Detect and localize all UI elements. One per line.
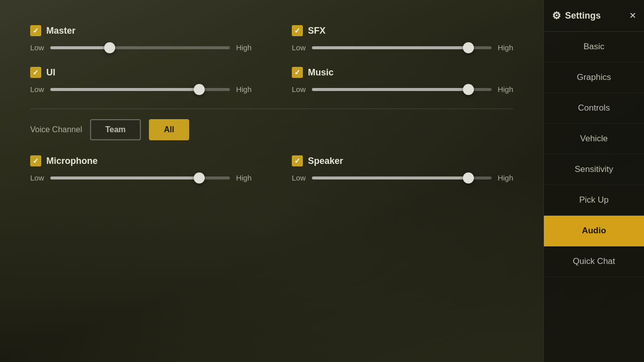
sidebar-item-sensitivity[interactable]: Sensitivity (544, 154, 644, 185)
mic-slider-thumb[interactable] (194, 172, 205, 184)
sfx-slider-row: Low High (292, 43, 513, 52)
gear-icon: ⚙ (552, 10, 561, 22)
speaker-low-label: Low (292, 173, 306, 182)
master-checkbox[interactable] (30, 25, 41, 36)
main-content: Master Low High SFX Low (0, 0, 543, 362)
master-label: Master (30, 25, 252, 36)
master-high-label: High (236, 43, 252, 52)
music-checkbox[interactable] (292, 67, 303, 78)
master-slider-track[interactable] (50, 46, 230, 49)
ui-checkbox[interactable] (30, 67, 41, 78)
music-text: Music (308, 67, 334, 78)
ui-slider-fill (50, 88, 199, 91)
mic-low-label: Low (30, 173, 44, 182)
sfx-text: SFX (308, 26, 326, 36)
music-slider-thumb[interactable] (463, 84, 474, 95)
sidebar: ⚙ Settings × Basic Graphics Controls Veh… (543, 0, 644, 362)
mic-high-label: High (236, 173, 252, 182)
speaker-high-label: High (498, 173, 513, 182)
sfx-label: SFX (292, 25, 513, 36)
speaker-slider-fill (312, 176, 468, 179)
sidebar-header: ⚙ Settings × (544, 0, 644, 32)
speaker-audio-item: Speaker Low High (292, 155, 513, 182)
sfx-slider-thumb[interactable] (463, 42, 474, 53)
settings-title: Settings (565, 11, 601, 21)
ui-text: UI (46, 67, 55, 78)
speaker-text: Speaker (308, 156, 343, 166)
close-icon[interactable]: × (629, 9, 636, 22)
voice-team-button[interactable]: Team (90, 119, 141, 140)
voice-channel-row: Voice Channel Team All (30, 119, 513, 140)
music-label: Music (292, 67, 513, 78)
music-high-label: High (498, 85, 513, 94)
microphone-slider-row: Low High (30, 173, 252, 182)
sidebar-item-basic[interactable]: Basic (544, 32, 644, 62)
sfx-audio-item: SFX Low High (292, 25, 513, 52)
sidebar-title: ⚙ Settings (552, 10, 601, 22)
music-slider-track[interactable] (312, 88, 492, 91)
sfx-slider-track[interactable] (312, 46, 492, 49)
speaker-slider-thumb[interactable] (463, 172, 474, 184)
ui-low-label: Low (30, 85, 44, 94)
sidebar-item-graphics[interactable]: Graphics (544, 62, 644, 93)
music-audio-item: Music Low High (292, 67, 513, 94)
audio-row-master-sfx: Master Low High SFX Low (30, 25, 513, 52)
ui-label: UI (30, 67, 252, 78)
microphone-slider-track[interactable] (50, 176, 230, 179)
speaker-slider-track[interactable] (312, 176, 492, 179)
sfx-low-label: Low (292, 43, 306, 52)
master-slider-row: Low High (30, 43, 252, 52)
music-slider-fill (312, 88, 468, 91)
microphone-label: Microphone (30, 155, 252, 166)
mic-slider-fill (50, 176, 199, 179)
sfx-high-label: High (498, 43, 513, 52)
music-slider-row: Low High (292, 85, 513, 94)
voice-channel-label: Voice Channel (30, 125, 82, 134)
sidebar-item-audio[interactable]: Audio (544, 216, 644, 246)
ui-slider-track[interactable] (50, 88, 230, 91)
speaker-slider-row: Low High (292, 173, 513, 182)
ui-slider-thumb[interactable] (194, 84, 205, 95)
master-text: Master (46, 26, 75, 36)
speaker-checkbox[interactable] (292, 155, 303, 166)
master-slider-thumb[interactable] (104, 42, 115, 53)
ui-high-label: High (236, 85, 252, 94)
microphone-audio-item: Microphone Low High (30, 155, 252, 182)
master-slider-fill (50, 46, 110, 49)
sidebar-item-vehicle[interactable]: Vehicle (544, 124, 644, 154)
sidebar-item-pickup[interactable]: Pick Up (544, 185, 644, 216)
sidebar-nav: Basic Graphics Controls Vehicle Sensitiv… (544, 32, 644, 362)
sidebar-item-quickchat[interactable]: Quick Chat (544, 246, 644, 277)
microphone-checkbox[interactable] (30, 155, 41, 166)
speaker-label: Speaker (292, 155, 513, 166)
audio-row-mic-speaker: Microphone Low High Speaker Low (30, 155, 513, 182)
music-low-label: Low (292, 85, 306, 94)
microphone-text: Microphone (46, 156, 98, 166)
master-low-label: Low (30, 43, 44, 52)
audio-row-ui-music: UI Low High Music Low (30, 67, 513, 94)
sidebar-item-controls[interactable]: Controls (544, 93, 644, 124)
ui-audio-item: UI Low High (30, 67, 252, 94)
master-track-bg (50, 46, 230, 49)
sfx-slider-fill (312, 46, 468, 49)
master-audio-item: Master Low High (30, 25, 252, 52)
sfx-checkbox[interactable] (292, 25, 303, 36)
section-divider-1 (30, 109, 513, 109)
voice-all-button[interactable]: All (149, 119, 189, 140)
ui-slider-row: Low High (30, 85, 252, 94)
